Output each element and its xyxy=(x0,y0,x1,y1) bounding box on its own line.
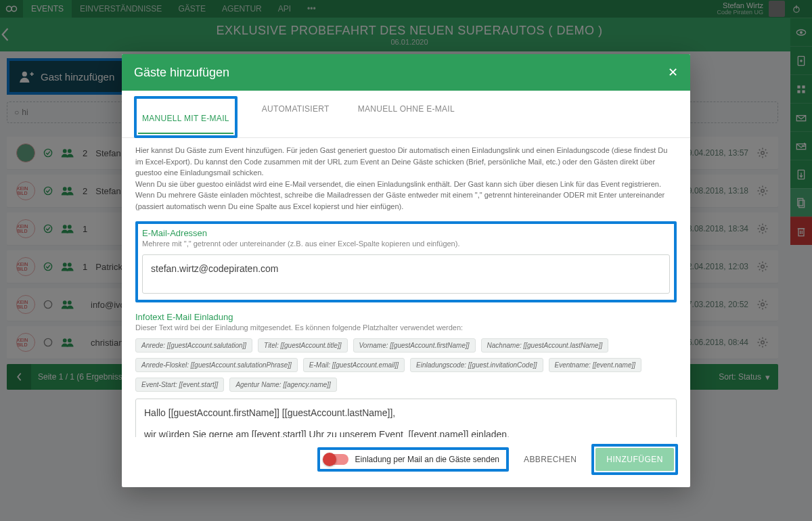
placeholder-chip[interactable]: Vorname: [[guestAccount.firstName]] xyxy=(353,338,476,353)
modal-header: Gäste hinzufügen ✕ xyxy=(122,54,690,91)
cancel-button[interactable]: ABBRECHEN xyxy=(518,448,582,471)
modal-tabs: MANUELL MIT E-MAILAUTOMATISIERTMANUELL O… xyxy=(122,91,690,138)
modal-footer: Einladung per Mail an die Gäste senden A… xyxy=(122,437,690,487)
placeholder-chip[interactable]: Nachname: [[guestAccount.lastName]] xyxy=(481,338,609,353)
placeholder-chip[interactable]: Einladungscode: [[guest.invitationCode]] xyxy=(410,358,543,372)
placeholder-list: Anrede: [[guestAccount.salutation]]Titel… xyxy=(135,338,677,392)
placeholder-chip[interactable]: E-Mail: [[guestAccount.email]] xyxy=(303,358,405,372)
send-mail-label: Einladung per Mail an die Gäste senden xyxy=(355,455,499,464)
help-line: Hier kannst Du Gäste zum Event hinzufüge… xyxy=(135,145,677,179)
infotext-label: Infotext E-Mail Einladung xyxy=(135,312,677,322)
send-mail-toggle[interactable] xyxy=(324,454,348,465)
placeholder-chip[interactable]: Anrede: [[guestAccount.salutation]] xyxy=(135,338,252,353)
infotext-sub: Dieser Text wird bei der Einladung mitge… xyxy=(135,323,677,332)
email-section-sub: Mehrere mit "," getrennt oder untereinan… xyxy=(142,240,670,248)
modal-overlay: Gäste hinzufügen ✕ MANUELL MIT E-MAILAUT… xyxy=(0,0,812,521)
submit-button[interactable]: HINZUFÜGEN xyxy=(595,448,674,471)
add-guests-modal: Gäste hinzufügen ✕ MANUELL MIT E-MAILAUT… xyxy=(122,54,690,487)
close-icon[interactable]: ✕ xyxy=(668,65,678,80)
placeholder-chip[interactable]: Event-Start: [[event.start]] xyxy=(135,378,224,392)
placeholder-chip[interactable]: Agentur Name: [[agency.name]] xyxy=(229,378,336,392)
tab-automatisiert[interactable]: AUTOMATISIERT xyxy=(258,91,334,137)
placeholder-chip[interactable]: Eventname: [[event.name]] xyxy=(549,358,642,372)
placeholder-chip[interactable]: Anrede-Floskel: [[guestAccount.salutatio… xyxy=(135,358,298,372)
tab-manuell-ohne-e-mail[interactable]: MANUELL OHNE E-MAIL xyxy=(354,91,459,137)
modal-title: Gäste hinzufügen xyxy=(134,66,229,80)
email-input[interactable] xyxy=(142,254,670,294)
tab-manuell-mit-e-mail[interactable]: MANUELL MIT E-MAIL xyxy=(138,100,233,134)
help-line: Wenn Du sie über guestoo einlädst wird e… xyxy=(135,179,677,190)
help-line: Wenn Du mehrere Gäste einladen möchtest,… xyxy=(135,189,677,212)
placeholder-chip[interactable]: Titel: [[guestAccount.title]] xyxy=(258,338,347,353)
email-section-label: E-Mail-Adressen xyxy=(142,228,670,238)
infotext-input[interactable] xyxy=(135,399,677,437)
modal-help-text: Hier kannst Du Gäste zum Event hinzufüge… xyxy=(135,145,677,212)
